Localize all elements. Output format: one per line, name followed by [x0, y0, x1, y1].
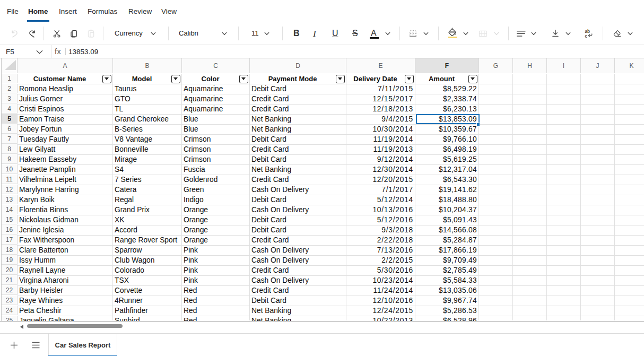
- svg-text:c: c: [585, 34, 587, 38]
